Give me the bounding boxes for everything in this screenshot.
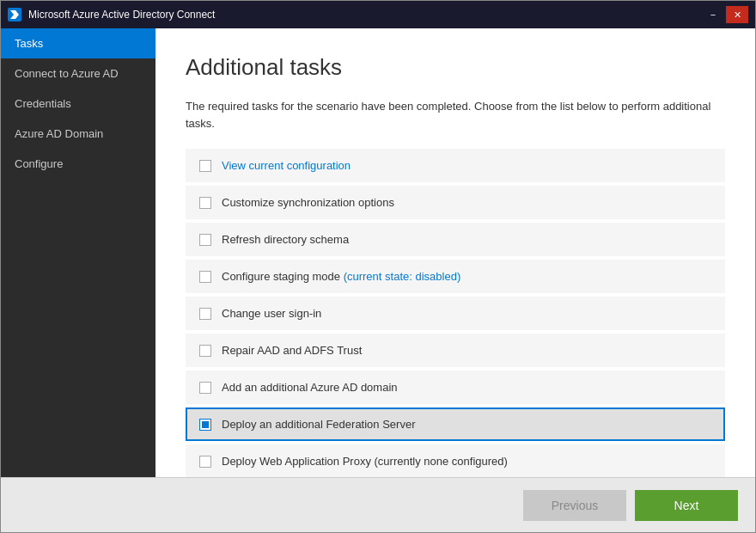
close-button[interactable]: ✕ — [726, 6, 748, 23]
task-item-deploy-wap[interactable]: Deploy Web Application Proxy (currently … — [186, 444, 725, 477]
task-item-repair-aad[interactable]: Repair AAD and ADFS Trust — [186, 334, 725, 367]
task-item-view-config[interactable]: View current configuration — [186, 149, 725, 182]
task-item-change-sign-in[interactable]: Change user sign-in — [186, 297, 725, 330]
radio-view-config — [199, 160, 211, 172]
task-label-staging-mode: Configure staging mode (current state: d… — [222, 270, 460, 283]
task-label-repair-aad: Repair AAD and ADFS Trust — [222, 344, 362, 357]
titlebar-controls: − ✕ — [702, 6, 748, 23]
app-icon — [8, 8, 21, 21]
task-list: View current configuration Customize syn… — [186, 149, 725, 477]
sidebar-item-connect-azure-ad[interactable]: Connect to Azure AD — [1, 58, 155, 89]
task-item-staging-mode[interactable]: Configure staging mode (current state: d… — [186, 260, 725, 293]
radio-repair-aad — [199, 345, 211, 357]
task-label-customize-sync: Customize synchronization options — [222, 196, 394, 209]
radio-add-azure-ad-domain — [199, 382, 211, 394]
radio-deploy-federation — [199, 419, 211, 431]
previous-button[interactable]: Previous — [523, 490, 626, 521]
content-area: Additional tasks The required tasks for … — [155, 28, 755, 477]
task-label-add-azure-ad-domain: Add an additional Azure AD domain — [222, 381, 398, 394]
page-description: The required tasks for the scenario have… — [186, 98, 725, 132]
radio-staging-mode — [199, 271, 211, 283]
page-title: Additional tasks — [186, 54, 725, 81]
titlebar: Microsoft Azure Active Directory Connect… — [1, 1, 755, 28]
radio-refresh-schema — [199, 234, 211, 246]
sidebar-item-azure-ad-domain[interactable]: Azure AD Domain — [1, 119, 155, 149]
task-item-customize-sync[interactable]: Customize synchronization options — [186, 186, 725, 219]
next-button[interactable]: Next — [635, 490, 738, 521]
task-label-deploy-wap: Deploy Web Application Proxy (currently … — [222, 455, 508, 468]
radio-customize-sync — [199, 197, 211, 209]
task-item-refresh-schema[interactable]: Refresh directory schema — [186, 223, 725, 256]
radio-deploy-wap — [199, 456, 211, 468]
radio-change-sign-in — [199, 308, 211, 320]
minimize-button[interactable]: − — [702, 6, 724, 23]
task-item-add-azure-ad-domain[interactable]: Add an additional Azure AD domain — [186, 371, 725, 404]
sidebar: Tasks Connect to Azure AD Credentials Az… — [1, 28, 155, 477]
task-label-view-config: View current configuration — [222, 159, 351, 172]
main-window: Microsoft Azure Active Directory Connect… — [0, 0, 756, 533]
sidebar-item-configure[interactable]: Configure — [1, 149, 155, 179]
titlebar-title: Microsoft Azure Active Directory Connect — [28, 9, 702, 21]
task-item-deploy-federation[interactable]: Deploy an additional Federation Server — [186, 407, 725, 441]
sidebar-item-tasks[interactable]: Tasks — [1, 28, 155, 58]
task-label-deploy-federation: Deploy an additional Federation Server — [222, 418, 415, 431]
footer: Previous Next — [1, 477, 755, 532]
task-label-change-sign-in: Change user sign-in — [222, 307, 321, 320]
task-label-refresh-schema: Refresh directory schema — [222, 233, 349, 246]
main-content: Tasks Connect to Azure AD Credentials Az… — [1, 28, 755, 477]
sidebar-item-credentials[interactable]: Credentials — [1, 89, 155, 119]
